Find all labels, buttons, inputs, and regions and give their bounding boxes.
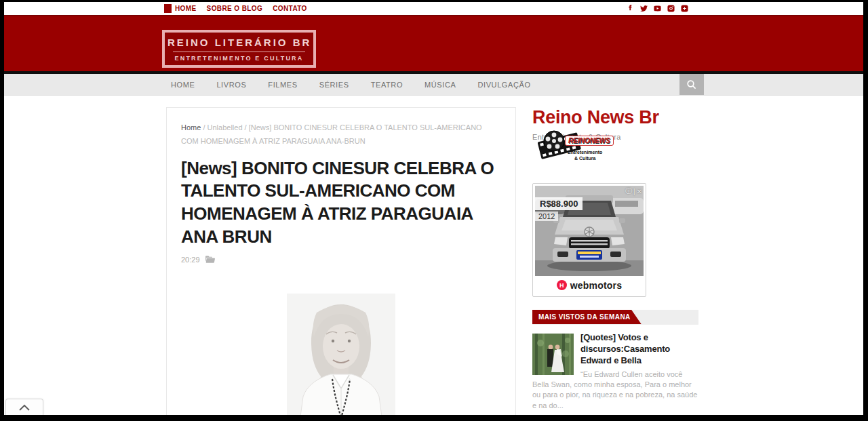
ad-brand-bar[interactable]: H webmotors (535, 276, 644, 294)
page: HOME SOBRE O BLOG CONTATO RE (4, 2, 863, 415)
popular-posts-list: [Quotes] Votos e discursos:Casamento Edw… (532, 332, 698, 415)
topbar-accent-marker (164, 4, 172, 13)
chevron-up-icon (18, 404, 31, 411)
breadcrumb-separator: / (203, 123, 205, 132)
webmotors-label: webmotors (570, 280, 622, 291)
nav-item-home[interactable]: HOME (160, 81, 205, 89)
article-card: Home / Unlabelled / [News] BONITO CINESU… (166, 107, 516, 415)
reino-news-wordmark: REINONEWS (565, 136, 614, 146)
main-nav: HOME LIVROS FILMES SÉRIES TEATRO MÚSICA … (160, 74, 542, 95)
nav-item-musica[interactable]: MÚSICA (414, 81, 467, 89)
google-plus-icon[interactable] (681, 5, 688, 12)
nav-item-filmes[interactable]: FILMES (257, 81, 308, 89)
article-time: 20:29 (181, 256, 200, 264)
top-bar: HOME SOBRE O BLOG CONTATO (4, 2, 863, 15)
top-nav-contato[interactable]: CONTATO (273, 5, 307, 12)
article-title: [News] BONITO CINESUR CELEBRA O TALENTO … (181, 157, 501, 249)
site-logo-title: REINO LITERÁRIO BR (167, 37, 311, 48)
twitter-icon[interactable] (640, 5, 648, 12)
nav-item-series[interactable]: SÉRIES (309, 81, 360, 89)
breadcrumb: Home / Unlabelled / [News] BONITO CINESU… (181, 121, 501, 148)
ad-year-tag: 2012 (535, 212, 558, 221)
sidebar: Reino News Br Entretenimento & Cultura (532, 107, 698, 415)
adchoices-divider: | (633, 188, 635, 195)
content-container: Home / Unlabelled / [News] BONITO CINESU… (166, 96, 702, 415)
adchoices-controls: ⓘ | ✕ (625, 186, 642, 196)
webmotors-icon: H (557, 280, 567, 290)
top-nav-sobre-o-blog[interactable]: SOBRE O BLOG (207, 5, 263, 12)
folder-icon (205, 256, 215, 263)
breadcrumb-separator: / (245, 123, 247, 132)
nav-item-divulgacao[interactable]: DIVULGAÇÃO (467, 81, 541, 89)
instagram-icon[interactable] (667, 5, 675, 12)
article-image (181, 294, 501, 415)
site-logo[interactable]: REINO LITERÁRIO BR ENTRETENIMENTO E CULT… (162, 30, 316, 68)
nav-item-teatro[interactable]: TEATRO (360, 81, 414, 89)
youtube-icon[interactable] (654, 5, 661, 12)
ad-car-photo: R$88.900 2012 ⓘ | ✕ (535, 186, 644, 276)
adchoices-close-icon[interactable]: ✕ (637, 188, 642, 195)
logo-divider (173, 52, 305, 52)
top-nav: HOME SOBRE O BLOG CONTATO (175, 2, 307, 15)
site-logo-inner: REINO LITERÁRIO BR ENTRETENIMENTO E CULT… (165, 33, 313, 65)
main-nav-bar: HOME LIVROS FILMES SÉRIES TEATRO MÚSICA … (4, 74, 863, 96)
search-icon (686, 79, 697, 90)
breadcrumb-category-link[interactable]: Unlabelled (208, 123, 243, 132)
site-header: REINO LITERÁRIO BR ENTRETENIMENTO E CULT… (4, 15, 863, 74)
facebook-icon[interactable] (627, 5, 634, 12)
widget-title-ribbon: MAIS VISTOS DA SEMANA (532, 310, 642, 324)
list-item: [Quotes] Votos e discursos:Casamento Edw… (532, 332, 698, 411)
breadcrumb-home-link[interactable]: Home (181, 123, 201, 132)
reino-news-logo: REINONEWS Entretenimento & Cultura (538, 125, 619, 171)
content-area: Home / Unlabelled / [News] BONITO CINESU… (4, 96, 863, 415)
ad-price-tag: R$88.900 (535, 197, 583, 210)
advertisement[interactable]: R$88.900 2012 ⓘ | ✕ H webmotors (532, 183, 646, 297)
scroll-to-top-button[interactable] (5, 399, 43, 415)
nav-item-livros[interactable]: LIVROS (205, 81, 257, 89)
widget-title-bar: MAIS VISTOS DA SEMANA (532, 310, 698, 325)
sidebar-header: Reino News Br Entretenimento & Cultura (532, 107, 698, 172)
reino-news-tagline: Entretenimento & Cultura (568, 149, 602, 161)
adchoices-info-icon[interactable]: ⓘ (625, 186, 632, 196)
post-thumbnail-wedding[interactable] (532, 334, 574, 375)
post-excerpt: “Eu Edward Cullen aceito você Bella Swan… (532, 369, 698, 412)
article-meta: 20:29 (181, 256, 501, 264)
social-links (627, 2, 688, 15)
search-button[interactable] (679, 74, 704, 95)
top-nav-home[interactable]: HOME (175, 5, 197, 12)
site-logo-subtitle: ENTRETENIMENTO E CULTURA (167, 55, 311, 62)
